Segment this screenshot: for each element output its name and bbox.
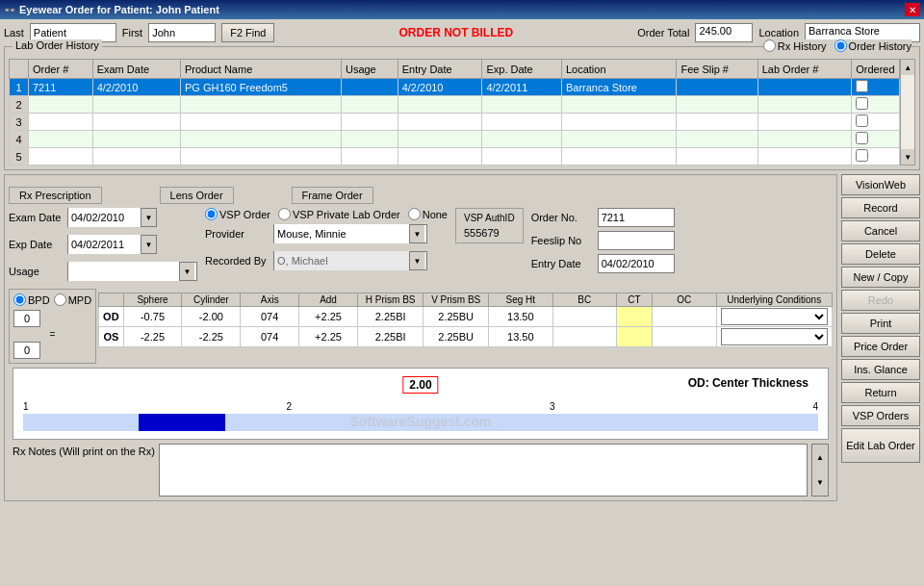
mpd-radio[interactable]: MPD (54, 293, 91, 306)
ins-glance-button[interactable]: Ins. Glance (841, 359, 920, 380)
prism-cell[interactable] (552, 327, 616, 347)
rx-history-radio[interactable]: Rx History (763, 39, 827, 52)
main-content: Last First F2 Find ORDER NOT BILLED Orde… (0, 19, 924, 509)
prism-cell[interactable] (617, 307, 653, 327)
provider-combo[interactable]: ▼ (273, 224, 427, 243)
underlying-select[interactable] (721, 328, 828, 345)
edit-lab-order-button[interactable]: Edit Lab Order (841, 428, 920, 463)
ordered-checkbox[interactable] (856, 115, 868, 127)
prism-cell[interactable] (299, 327, 358, 347)
cancel-button[interactable]: Cancel (841, 220, 920, 242)
return-button[interactable]: Return (841, 382, 920, 403)
prism-cell[interactable] (424, 307, 489, 327)
provider-input[interactable] (274, 224, 409, 243)
col-entry-date: Entry Date (398, 60, 482, 79)
bpd-radio[interactable]: BPD (13, 293, 50, 306)
prism-cell[interactable] (617, 327, 653, 347)
col-underlying: Underlying Conditions (716, 293, 832, 307)
f2-find-button[interactable]: F2 Find (221, 23, 274, 42)
ordered-checkbox[interactable] (856, 80, 868, 92)
chart-bar-blue (139, 414, 225, 431)
table-row[interactable]: 5 (10, 148, 900, 166)
prism-cell[interactable] (489, 327, 552, 347)
prism-cell[interactable] (489, 307, 552, 327)
prism-cell[interactable] (123, 307, 182, 327)
redo-button[interactable]: Redo (841, 290, 920, 311)
prism-cell[interactable] (182, 307, 241, 327)
prism-cell[interactable] (552, 307, 616, 327)
notes-scroll-up[interactable]: ▲ (812, 445, 828, 471)
prism-cell[interactable] (123, 327, 182, 347)
notes-scrollbar[interactable]: ▲ ▼ (811, 444, 829, 497)
exam-date-input[interactable] (68, 208, 141, 227)
visionweb-button[interactable]: VisionWeb (841, 174, 920, 195)
prism-cell[interactable] (299, 307, 358, 327)
price-order-button[interactable]: Price Order (841, 336, 920, 357)
recorded-by-combo[interactable]: ▼ (273, 251, 427, 270)
scroll-up-btn[interactable]: ▲ (901, 60, 914, 75)
table-scrollbar[interactable]: ▲ ▼ (900, 59, 915, 166)
watermark: SoftwareSuggest.com (349, 414, 491, 429)
col-usage: Usage (341, 60, 398, 79)
exam-date-combo[interactable]: ▼ (67, 208, 157, 227)
frame-order-tab[interactable]: Frame Order (292, 187, 373, 204)
usage-combo[interactable]: ▼ (67, 262, 197, 281)
delete-button[interactable]: Delete (841, 243, 920, 265)
new-copy-button[interactable]: New / Copy (841, 267, 920, 288)
close-button[interactable]: ✕ (905, 3, 920, 16)
exp-date-input[interactable] (68, 235, 141, 254)
exp-date-combo[interactable]: ▼ (67, 235, 157, 254)
table-row[interactable]: 3 (10, 114, 900, 131)
lens-order-tab[interactable]: Lens Order (160, 187, 234, 204)
underlying-select[interactable] (721, 308, 828, 325)
print-button[interactable]: Print (841, 313, 920, 334)
none-radio[interactable]: None (408, 208, 448, 220)
table-row[interactable]: 2 (10, 96, 900, 114)
notes-textarea[interactable] (159, 444, 808, 497)
prism-eye-label: OD (99, 307, 124, 327)
prism-cell[interactable] (424, 327, 489, 347)
record-button[interactable]: Record (841, 197, 920, 218)
exp-date-arrow[interactable]: ▼ (141, 236, 156, 253)
usage-arrow[interactable]: ▼ (179, 263, 194, 280)
vsp-order-radio[interactable]: VSP Order (205, 208, 270, 220)
ordered-checkbox[interactable] (856, 97, 868, 110)
entry-date-input[interactable] (598, 254, 675, 273)
prism-cell[interactable] (182, 327, 241, 347)
vsp-auth-box: VSP AuthID 555679 (455, 208, 524, 243)
feeslip-no-input[interactable] (598, 231, 675, 250)
order-history-radio[interactable]: Order History (834, 39, 911, 52)
recorded-by-input[interactable] (274, 251, 409, 270)
prism-cell[interactable] (357, 327, 423, 347)
prism-cell[interactable] (653, 307, 716, 327)
recorded-by-arrow[interactable]: ▼ (409, 252, 424, 269)
table-row[interactable]: 1 7211 4/2/2010 PG GH160 Freedom5 4/2/20… (10, 79, 900, 96)
exam-date-label: Exam Date (9, 212, 62, 223)
provider-arrow[interactable]: ▼ (409, 225, 424, 242)
first-input[interactable] (148, 23, 216, 42)
scroll-down-btn[interactable]: ▼ (901, 149, 914, 165)
rx-prescription-tab[interactable]: Rx Prescription (9, 187, 102, 204)
order-status: ORDER NOT BILLED (280, 26, 631, 39)
vsp-orders-button[interactable]: VSP Orders (841, 405, 920, 426)
prism-cell[interactable] (241, 307, 299, 327)
ordered-checkbox[interactable] (856, 132, 868, 144)
equals-sign: = (13, 329, 91, 340)
prism-cell[interactable] (241, 327, 299, 347)
underlying-cell[interactable] (716, 307, 832, 327)
history-radio-group: Rx History Order History (763, 39, 911, 52)
notes-scroll-down[interactable]: ▼ (812, 471, 828, 497)
prism-cell[interactable] (357, 307, 423, 327)
col-ct: CT (617, 293, 653, 307)
recorded-by-row: Recorded By ▼ (205, 251, 448, 270)
ordered-checkbox[interactable] (856, 149, 868, 162)
prism-cell[interactable] (653, 327, 716, 347)
scale-4: 4 (812, 401, 818, 412)
usage-input[interactable] (68, 262, 179, 281)
exam-date-arrow[interactable]: ▼ (141, 209, 156, 226)
provider-label: Provider (205, 228, 268, 240)
order-no-input[interactable] (598, 208, 675, 227)
table-row[interactable]: 4 (10, 131, 900, 148)
underlying-cell[interactable] (716, 327, 832, 347)
vsp-private-lab-radio[interactable]: VSP Private Lab Order (278, 208, 400, 220)
